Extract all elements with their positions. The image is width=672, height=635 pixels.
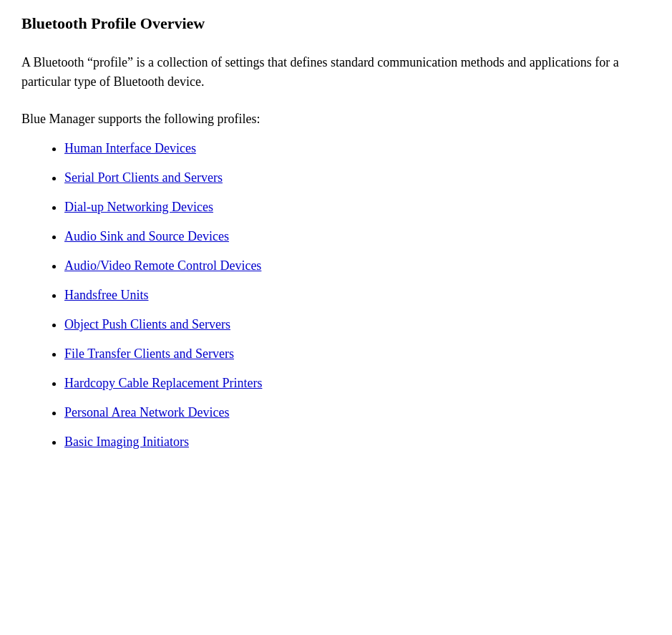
profile-link[interactable]: File Transfer Clients and Servers: [64, 346, 234, 361]
profile-link[interactable]: Object Push Clients and Servers: [64, 317, 230, 331]
profile-link[interactable]: Human Interface Devices: [64, 141, 196, 155]
profiles-list: Human Interface DevicesSerial Port Clien…: [21, 141, 651, 450]
profile-link[interactable]: Hardcopy Cable Replacement Printers: [64, 376, 262, 390]
list-item: Serial Port Clients and Servers: [64, 170, 651, 185]
list-item: Hardcopy Cable Replacement Printers: [64, 376, 651, 391]
list-item: Personal Area Network Devices: [64, 405, 651, 420]
profile-link[interactable]: Handsfree Units: [64, 288, 148, 302]
list-item: Handsfree Units: [64, 288, 651, 303]
profile-link[interactable]: Dial-up Networking Devices: [64, 200, 213, 214]
list-item: Object Push Clients and Servers: [64, 317, 651, 332]
page-title: Bluetooth Profile Overview: [21, 14, 651, 33]
supports-paragraph: Blue Manager supports the following prof…: [21, 112, 651, 127]
list-item: Audio Sink and Source Devices: [64, 229, 651, 244]
profile-link[interactable]: Audio/Video Remote Control Devices: [64, 258, 261, 273]
profile-link[interactable]: Personal Area Network Devices: [64, 405, 229, 420]
list-item: File Transfer Clients and Servers: [64, 346, 651, 362]
list-item: Basic Imaging Initiators: [64, 435, 651, 450]
profile-link[interactable]: Basic Imaging Initiators: [64, 435, 189, 449]
intro-paragraph: A Bluetooth “profile” is a collection of…: [21, 53, 651, 92]
profile-link[interactable]: Serial Port Clients and Servers: [64, 170, 223, 185]
list-item: Human Interface Devices: [64, 141, 651, 156]
list-item: Dial-up Networking Devices: [64, 200, 651, 215]
profile-link[interactable]: Audio Sink and Source Devices: [64, 229, 229, 243]
list-item: Audio/Video Remote Control Devices: [64, 258, 651, 273]
